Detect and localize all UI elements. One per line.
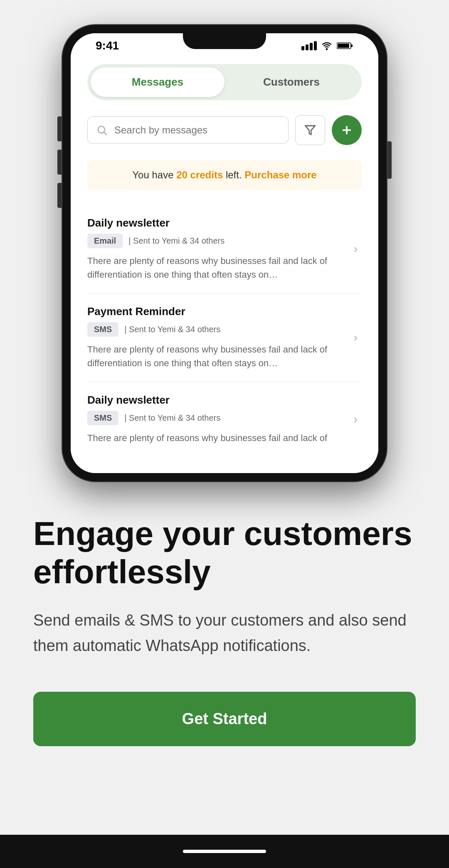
search-icon <box>96 124 108 136</box>
sent-to-1: | Sent to Yemi & 34 others <box>124 325 220 334</box>
message-item-0[interactable]: Daily newsletter Email | Sent to Yemi & … <box>87 205 362 293</box>
headline: Engage your customers effortlessly <box>33 515 416 591</box>
filter-icon <box>304 124 316 136</box>
app-content: Messages Customers <box>71 56 378 473</box>
message-item-1[interactable]: Payment Reminder SMS | Sent to Yemi & 34… <box>87 293 362 382</box>
message-preview-0: There are plenty of reasons why business… <box>87 254 362 281</box>
sent-to-0: | Sent to Yemi & 34 others <box>128 236 224 246</box>
get-started-button[interactable]: Get Started <box>33 692 416 746</box>
status-icons <box>301 41 358 50</box>
tag-badge-2: SMS <box>87 411 118 425</box>
tag-badge-1: SMS <box>87 322 118 337</box>
credits-amount: 20 credits <box>176 169 223 180</box>
marketing-section: Engage your customers effortlessly Send … <box>0 481 449 746</box>
svg-rect-2 <box>338 44 349 48</box>
phone-mockup: 9:41 <box>62 25 387 481</box>
message-meta-2: SMS | Sent to Yemi & 34 others <box>87 411 362 425</box>
status-time: 9:41 <box>91 39 119 52</box>
signal-icon <box>301 41 317 50</box>
svg-point-3 <box>98 126 105 133</box>
purchase-link[interactable]: Purchase more <box>244 169 316 180</box>
svg-marker-5 <box>305 126 315 135</box>
message-preview-1: There are plenty of reasons why business… <box>87 343 362 370</box>
filter-button[interactable] <box>295 115 325 145</box>
credits-prefix: You have <box>132 169 176 180</box>
search-row <box>87 115 362 145</box>
search-box <box>87 116 289 144</box>
message-title-2: Daily newsletter <box>87 394 362 407</box>
tag-badge-0: Email <box>87 234 123 248</box>
credits-banner: You have 20 credits left. Purchase more <box>87 160 362 190</box>
home-indicator <box>183 850 266 853</box>
tabs-container: Messages Customers <box>87 64 362 100</box>
svg-rect-1 <box>351 44 353 47</box>
subtext: Send emails & SMS to your customers and … <box>33 608 416 658</box>
tab-customers[interactable]: Customers <box>224 67 358 97</box>
add-button[interactable] <box>332 115 362 145</box>
message-meta-1: SMS | Sent to Yemi & 34 others <box>87 322 362 337</box>
wifi-icon <box>321 41 333 50</box>
bottom-bar <box>0 835 449 868</box>
phone-notch <box>183 33 266 49</box>
svg-line-4 <box>104 132 106 135</box>
tab-messages[interactable]: Messages <box>91 67 224 97</box>
plus-icon <box>340 123 354 137</box>
message-meta-0: Email | Sent to Yemi & 34 others <box>87 234 362 248</box>
message-title-1: Payment Reminder <box>87 305 362 318</box>
search-input[interactable] <box>114 124 280 136</box>
battery-icon <box>337 41 353 50</box>
message-item-2[interactable]: Daily newsletter SMS | Sent to Yemi & 34… <box>87 382 362 456</box>
message-title-0: Daily newsletter <box>87 217 362 229</box>
chevron-right-icon-0: › <box>354 242 358 256</box>
credits-suffix: left. <box>223 169 242 180</box>
sent-to-2: | Sent to Yemi & 34 others <box>124 413 220 423</box>
message-list: Daily newsletter Email | Sent to Yemi & … <box>87 205 362 456</box>
chevron-right-icon-1: › <box>354 331 358 344</box>
message-preview-2: There are plenty of reasons why business… <box>87 431 362 445</box>
chevron-right-icon-2: › <box>354 413 358 426</box>
